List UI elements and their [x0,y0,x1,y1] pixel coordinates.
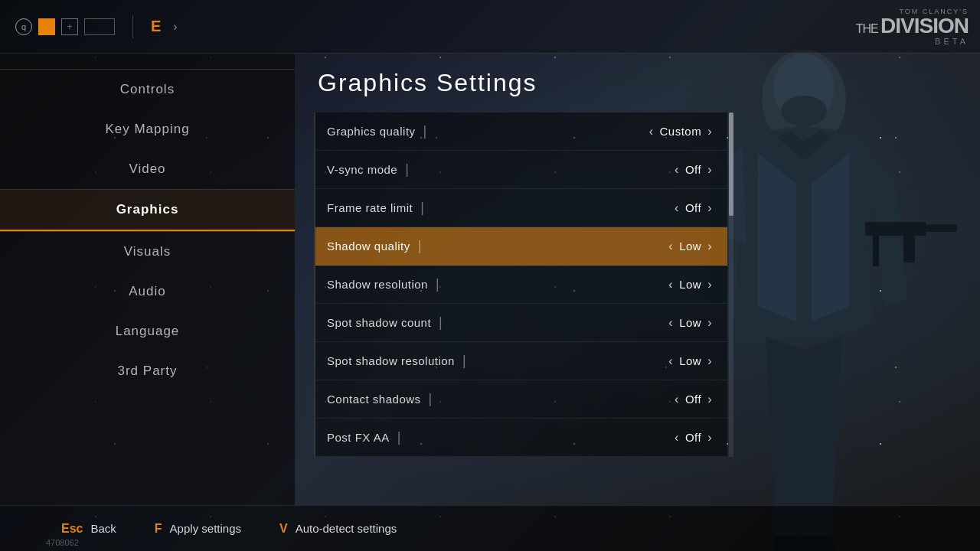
sidebar-item-3rd-party[interactable]: 3rd Party [0,351,295,391]
arrow-left-vsync[interactable]: ‹ [675,163,679,177]
arrow-right-contact-shadows[interactable]: › [707,393,712,406]
icon-square-orange [38,18,55,35]
key-v: V [279,522,288,536]
key-f: F [155,522,162,536]
arrow-left-shadow-resolution[interactable]: ‹ [668,278,673,292]
arrow-left-spot-shadow-resolution[interactable]: ‹ [668,354,673,368]
action-back-label: Back [90,522,116,535]
top-arrow: › [173,20,177,34]
sidebar-item-audio[interactable]: Audio [0,272,295,311]
main-container: Controls Key Mapping Video Graphics Visu… [0,54,980,505]
arrow-right-frame-rate[interactable]: › [707,201,712,215]
icon-plus: + [61,18,78,35]
setting-value-shadow-quality: ‹ Low › [668,240,712,253]
setting-label-shadow-resolution: Shadow resolution [327,276,439,292]
setting-row-shadow-resolution[interactable]: Shadow resolution ‹ Low › [315,266,727,304]
arrow-left-spot-shadow-count[interactable]: ‹ [668,316,673,330]
setting-label-graphics-quality: Graphics quality [327,123,427,139]
action-auto-detect-label: Auto-detect settings [296,522,397,535]
arrow-right-post-fx-aa[interactable]: › [707,431,712,445]
setting-label-spot-shadow-count: Spot shadow count [327,315,443,331]
arrow-left-contact-shadows[interactable]: ‹ [675,393,679,406]
setting-value-frame-rate: ‹ Off › [675,201,712,215]
action-auto-detect[interactable]: V Auto-detect settings [279,522,397,536]
scrollbar[interactable] [729,112,733,457]
arrow-right-shadow-quality[interactable]: › [707,240,712,253]
top-separator [132,15,133,38]
arrow-left-shadow-quality[interactable]: ‹ [668,240,673,253]
arrow-left-post-fx-aa[interactable]: ‹ [675,431,679,445]
setting-value-spot-shadow-count: ‹ Low › [668,316,712,330]
setting-label-contact-shadows: Contact shadows [327,391,433,407]
setting-value-graphics-quality: ‹ Custom › [649,125,712,139]
top-bar-icons: q + E › [15,15,178,38]
arrow-right-spot-shadow-resolution[interactable]: › [707,354,712,368]
icon-line [84,18,115,35]
setting-value-vsync: ‹ Off › [675,163,712,177]
action-back[interactable]: Esc Back [61,522,116,536]
arrow-right-graphics-quality[interactable]: › [707,125,712,139]
key-esc: Esc [61,522,83,536]
setting-value-post-fx-aa: ‹ Off › [675,431,712,445]
setting-row-vsync[interactable]: V-sync mode ‹ Off › [315,151,727,189]
scrollbar-thumb[interactable] [729,112,733,216]
setting-row-spot-shadow-resolution[interactable]: Spot shadow resolution ‹ Low › [315,342,727,380]
setting-label-frame-rate: Frame rate limit [327,200,424,216]
sidebar-item-key-mapping[interactable]: Key Mapping [0,109,295,149]
page-title: Graphics Settings [314,69,980,97]
content-area: Graphics Settings Graphics quality ‹ Cus… [295,54,980,505]
version-number: 4708062 [46,538,79,547]
sidebar-item-graphics[interactable]: Graphics [0,190,295,231]
bottom-bar: Esc Back F Apply settings V Auto-detect … [0,505,980,551]
sidebar-item-controls[interactable]: Controls [0,70,295,109]
arrow-right-vsync[interactable]: › [707,163,712,177]
setting-value-shadow-resolution: ‹ Low › [668,278,712,292]
setting-label-post-fx-aa: Post FX AA [327,429,401,445]
setting-row-spot-shadow-count[interactable]: Spot shadow count ‹ Low › [315,304,727,342]
setting-label-spot-shadow-resolution: Spot shadow resolution [327,353,466,369]
setting-row-frame-rate[interactable]: Frame rate limit ‹ Off › [315,189,727,227]
sidebar-item-language[interactable]: Language [0,311,295,351]
arrow-right-spot-shadow-count[interactable]: › [707,316,712,330]
sidebar-item-video[interactable]: Video [0,149,295,189]
setting-row-graphics-quality[interactable]: Graphics quality ‹ Custom › [315,112,727,151]
sidebar: Controls Key Mapping Video Graphics Visu… [0,54,295,505]
setting-row-post-fx-aa[interactable]: Post FX AA ‹ Off › [315,419,727,457]
arrow-left-graphics-quality[interactable]: ‹ [649,125,654,139]
key-e: E [151,18,161,35]
setting-value-spot-shadow-resolution: ‹ Low › [668,354,712,368]
icon-q: q [15,18,32,35]
settings-list: Graphics quality ‹ Custom › V-sync mode … [314,112,727,457]
action-apply[interactable]: F Apply settings [155,522,241,536]
action-apply-label: Apply settings [170,522,241,535]
sidebar-item-visuals[interactable]: Visuals [0,232,295,272]
setting-label-vsync: V-sync mode [327,161,409,178]
setting-row-shadow-quality[interactable]: Shadow quality ‹ Low › [315,227,727,266]
setting-value-contact-shadows: ‹ Off › [675,393,712,406]
setting-row-contact-shadows[interactable]: Contact shadows ‹ Off › [315,380,727,419]
arrow-right-shadow-resolution[interactable]: › [707,278,712,292]
arrow-left-frame-rate[interactable]: ‹ [675,201,679,215]
settings-wrapper: Graphics quality ‹ Custom › V-sync mode … [314,112,980,457]
top-bar: q + E › [0,0,980,54]
setting-label-shadow-quality: Shadow quality [327,238,422,254]
